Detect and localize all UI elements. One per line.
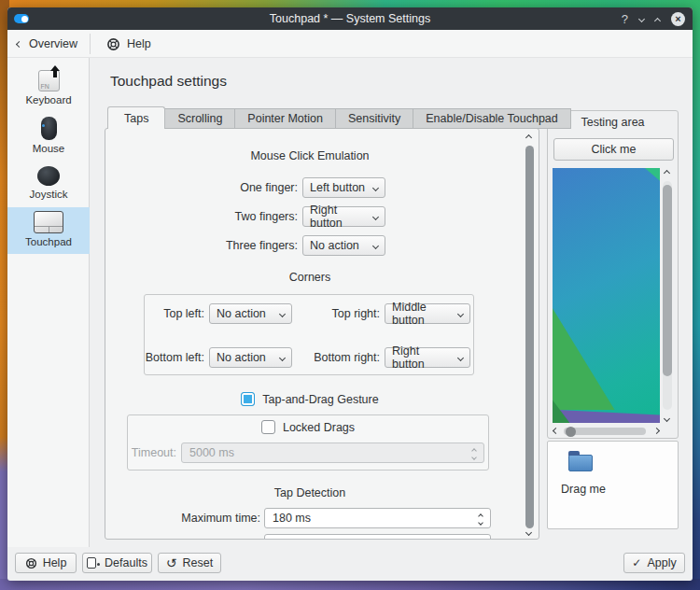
chevron-down-icon — [372, 184, 379, 190]
tab-pointer-motion[interactable]: Pointer Motion — [234, 108, 336, 129]
one-finger-combobox[interactable]: Left button — [302, 177, 385, 198]
help-buoy-icon — [25, 557, 37, 569]
apply-check-icon: ✓ — [632, 557, 641, 569]
close-button[interactable]: × — [671, 12, 685, 26]
timeout-spinbox: 5000 ms — [181, 442, 484, 463]
sidebar-item-label: Keyboard — [25, 94, 71, 105]
scrollbar-thumb[interactable] — [566, 427, 576, 437]
top-left-label: Top left: — [145, 303, 204, 324]
sidebar-item-mouse[interactable]: Mouse — [7, 117, 90, 162]
scroll-right-icon[interactable] — [653, 428, 660, 434]
sidebar-item-label: Mouse — [33, 143, 65, 154]
drag-me-label: Drag me — [561, 483, 606, 496]
window-help-button[interactable]: ? — [622, 12, 628, 26]
locked-drags-label: Locked Drags — [283, 421, 355, 434]
toolbar-help-button[interactable]: Help — [106, 30, 151, 58]
tab-sensitivity[interactable]: Sensitivity — [335, 108, 413, 129]
scroll-up-icon[interactable] — [664, 170, 670, 176]
section-title-tap-detection: Tap Detection — [105, 486, 514, 499]
tab-enable-disable-touchpad[interactable]: Enable/Disable Touchpad — [413, 108, 571, 129]
tab-bar: Taps Scrolling Pointer Motion Sensitivit… — [107, 106, 571, 129]
scrollbar-track — [663, 181, 672, 410]
one-finger-label: One finger: — [105, 177, 298, 198]
scrollbar-thumb[interactable] — [525, 146, 534, 528]
sidebar-item-label: Joystick — [30, 189, 68, 200]
bottom-right-label: Bottom right: — [285, 347, 380, 368]
page-title: Touchpad settings — [110, 73, 227, 90]
testing-area-groupbox: Testing area Click me — [547, 110, 679, 439]
testing-vertical-scrollbar — [662, 168, 673, 423]
chevron-down-icon — [372, 213, 379, 219]
two-fingers-combobox[interactable]: Right button — [302, 206, 385, 227]
tab-taps[interactable]: Taps — [107, 106, 165, 129]
timeout-label: Timeout: — [128, 442, 176, 463]
click-me-button[interactable]: Click me — [553, 138, 674, 161]
content-vertical-scrollbar — [525, 133, 535, 536]
sidebar: FN Keyboard Mouse Joystick Touchpad — [7, 58, 90, 547]
help-button[interactable]: Help — [15, 553, 77, 573]
mouse-icon — [41, 117, 57, 140]
drag-me-area[interactable]: Drag me — [547, 441, 679, 529]
defaults-button[interactable]: Defaults — [82, 553, 152, 573]
overview-label: Overview — [29, 37, 77, 50]
apply-button[interactable]: ✓ Apply — [623, 553, 685, 573]
two-fingers-label: Two fingers: — [105, 206, 298, 227]
toolbar: Overview Help — [7, 30, 693, 58]
folder-icon[interactable] — [568, 455, 593, 471]
keyboard-icon: FN — [38, 70, 60, 91]
scrollbar-thumb[interactable] — [663, 185, 672, 376]
locked-drags-checkbox[interactable] — [261, 420, 275, 434]
three-fingers-combobox[interactable]: No action — [302, 235, 385, 256]
top-left-combobox[interactable]: No action — [209, 303, 292, 324]
section-title-corners: Corners — [105, 271, 514, 284]
back-chevron-icon — [16, 40, 22, 47]
sidebar-item-touchpad[interactable]: Touchpad — [7, 207, 90, 254]
tap-and-drag-label: Tap-and-Drag Gesture — [262, 393, 378, 406]
chevron-down-icon — [372, 242, 379, 248]
testing-horizontal-scrollbar — [553, 426, 661, 437]
minimize-button[interactable] — [638, 15, 645, 21]
spin-up-icon[interactable] — [478, 513, 483, 519]
overview-button[interactable]: Overview — [17, 30, 77, 58]
corners-groupbox: Top left: No action Top right: Middle bu… — [144, 294, 474, 375]
locked-drags-row: Locked Drags — [128, 420, 488, 434]
chevron-down-icon — [457, 354, 464, 360]
window-title: Touchpad * — System Settings — [7, 12, 693, 25]
joystick-icon — [37, 166, 60, 186]
chevron-down-icon — [457, 310, 464, 316]
tap-and-drag-checkbox[interactable] — [241, 392, 255, 406]
reset-button[interactable]: ↺ Reset — [158, 553, 221, 573]
bottom-left-combobox[interactable]: No action — [209, 347, 292, 368]
wallpaper-triangle — [553, 308, 615, 410]
scroll-up-icon[interactable] — [525, 134, 532, 141]
partially-visible-spinbox — [264, 534, 491, 540]
reset-button-label: Reset — [183, 556, 214, 569]
scroll-left-icon[interactable] — [553, 428, 559, 434]
spin-down-icon[interactable] — [478, 520, 483, 526]
system-settings-window: Touchpad * — System Settings ? × Overvie… — [7, 7, 693, 581]
sidebar-item-label: Touchpad — [25, 236, 72, 247]
scroll-down-icon[interactable] — [664, 415, 670, 422]
bottom-right-combobox[interactable]: Right button — [385, 347, 470, 368]
maximum-time-spinbox[interactable]: 180 ms — [264, 508, 491, 528]
testing-scroll-viewport[interactable] — [553, 168, 660, 423]
titlebar: Touchpad * — System Settings ? × — [7, 7, 693, 30]
tap-and-drag-row: Tap-and-Drag Gesture — [105, 392, 514, 406]
spin-down-icon — [471, 455, 477, 460]
scrollbar-track — [564, 428, 646, 435]
scroll-down-icon[interactable] — [525, 529, 532, 536]
bottom-left-label: Bottom left: — [145, 347, 204, 368]
maximize-button[interactable] — [654, 17, 661, 23]
three-fingers-label: Three fingers: — [105, 235, 298, 256]
locked-drags-groupbox: Locked Drags Timeout: 5000 ms — [127, 414, 489, 471]
tab-scrolling[interactable]: Scrolling — [164, 108, 235, 129]
help-button-label: Help — [43, 556, 67, 569]
apply-button-label: Apply — [647, 556, 676, 569]
top-right-combobox[interactable]: Middle button — [385, 303, 470, 324]
sidebar-item-joystick[interactable]: Joystick — [7, 163, 90, 208]
toolbar-separator — [90, 34, 91, 54]
sidebar-item-keyboard[interactable]: FN Keyboard — [7, 70, 90, 115]
defaults-button-label: Defaults — [105, 556, 147, 569]
wallpaper-triangle — [645, 168, 660, 181]
help-buoy-icon — [106, 37, 120, 51]
